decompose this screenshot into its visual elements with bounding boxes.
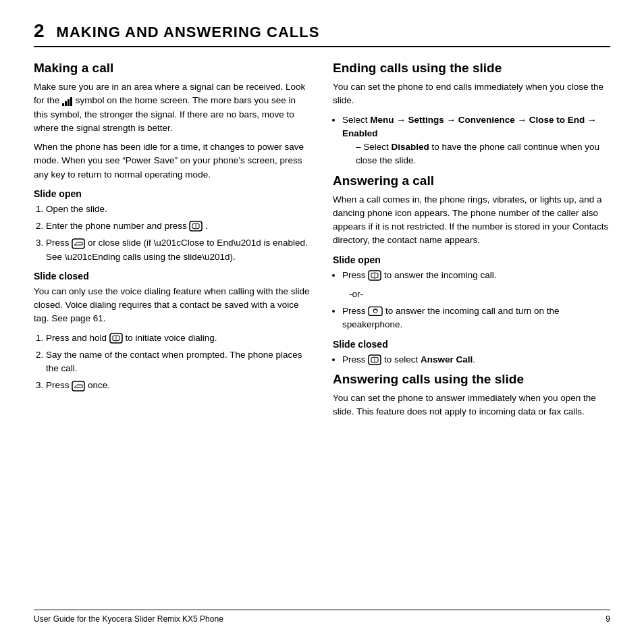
footer-page-number: 9 bbox=[606, 614, 610, 624]
page-footer: User Guide for the Kyocera Slider Remix … bbox=[34, 610, 610, 624]
answering-using-slide-heading: Answering calls using the slide bbox=[333, 372, 610, 387]
making-a-call-para1: Make sure you are in an area where a sig… bbox=[34, 80, 311, 135]
answering-a-call-heading: Answering a call bbox=[333, 173, 610, 188]
slide-closed-para: You can only use the voice dialing featu… bbox=[34, 285, 311, 326]
svg-rect-3 bbox=[70, 97, 72, 106]
answering-slide-closed-list: Press to select Answer Call. bbox=[342, 353, 610, 367]
left-column: Making a call Make sure you are in an ar… bbox=[34, 59, 311, 604]
end-key-icon-2 bbox=[72, 381, 85, 392]
answering-a-call-section: Answering a call When a call comes in, t… bbox=[333, 173, 610, 367]
content-area: Making a call Make sure you are in an ar… bbox=[34, 59, 610, 604]
svg-rect-1 bbox=[65, 101, 67, 106]
slide-closed-steps: Press and hold to initiate voice dialing… bbox=[46, 331, 311, 393]
ending-calls-section: Ending calls using the slide You can set… bbox=[333, 61, 610, 168]
slide-closed-heading: Slide closed bbox=[34, 271, 311, 281]
svg-rect-2 bbox=[68, 99, 70, 106]
answering-slide-open-heading: Slide open bbox=[333, 254, 610, 265]
making-a-call-section: Making a call Make sure you are in an ar… bbox=[34, 61, 311, 393]
or-line: -or- bbox=[349, 288, 610, 301]
slide-open-steps: Open the slide. Enter the phone number a… bbox=[46, 203, 311, 264]
slide-closed-step-1: Press and hold to initiate voice dialing… bbox=[46, 331, 311, 345]
answer-send-key-icon bbox=[368, 270, 381, 281]
slide-closed-section: Slide closed You can only use the voice … bbox=[34, 271, 311, 393]
chapter-number: 2 bbox=[34, 20, 45, 42]
answering-a-call-para: When a call comes in, the phone rings, v… bbox=[333, 193, 610, 248]
ending-calls-subitems: Select Disabled to have the phone call c… bbox=[356, 140, 610, 168]
chapter-title: Making and Answering Calls bbox=[57, 24, 320, 41]
ending-calls-subitem1: Select Disabled to have the phone call c… bbox=[356, 140, 610, 168]
ending-calls-heading: Ending calls using the slide bbox=[333, 61, 610, 76]
step-1: Open the slide. bbox=[46, 203, 311, 216]
answering-slide-open-list: Press to answer the incoming call. bbox=[342, 269, 610, 282]
ending-calls-item1: Select Menu → Settings → Convenience → C… bbox=[342, 113, 610, 168]
svg-rect-12 bbox=[369, 307, 382, 316]
speakerphone-icon bbox=[368, 306, 383, 317]
chapter-header: 2 Making and Answering Calls bbox=[34, 20, 610, 47]
slide-closed-step-3: Press once. bbox=[46, 379, 311, 392]
signal-bars-icon bbox=[62, 97, 73, 106]
slide-open-heading: Slide open bbox=[34, 188, 311, 199]
answering-slide-open-item2: Press to answer the incoming call bbox=[342, 304, 610, 332]
select-key-icon bbox=[368, 354, 381, 365]
answering-slide-closed: Slide closed Press to sel bbox=[333, 339, 610, 367]
svg-point-13 bbox=[374, 310, 378, 314]
answering-using-slide-section: Answering calls using the slide You can … bbox=[333, 372, 610, 419]
answering-slide-open-list2: Press to answer the incoming call bbox=[342, 304, 610, 332]
voice-dial-key-icon bbox=[109, 333, 123, 344]
footer-left: User Guide for the Kyocera Slider Remix … bbox=[34, 614, 223, 624]
slide-open-section: Slide open Open the slide. Enter the pho… bbox=[34, 188, 311, 264]
answering-slide-open: Slide open Press to answer bbox=[333, 254, 610, 332]
ending-calls-list: Select Menu → Settings → Convenience → C… bbox=[342, 113, 610, 168]
step-2: Enter the phone number and press . bbox=[46, 219, 311, 233]
answering-using-slide-para: You can set the phone to answer immediat… bbox=[333, 392, 610, 419]
making-a-call-para2: When the phone has been idle for a time,… bbox=[34, 140, 311, 182]
right-column: Ending calls using the slide You can set… bbox=[333, 59, 610, 604]
answering-slide-closed-heading: Slide closed bbox=[333, 339, 610, 350]
answering-slide-closed-item1: Press to select Answer Call. bbox=[342, 353, 610, 367]
svg-rect-0 bbox=[62, 103, 64, 106]
send-key-icon bbox=[189, 221, 203, 232]
step-3: Press or close slide (if \u201cClose to … bbox=[46, 236, 311, 264]
making-a-call-heading: Making a call bbox=[34, 61, 311, 76]
page: 2 Making and Answering Calls Making a ca… bbox=[0, 0, 644, 644]
slide-closed-step-2: Say the name of the contact when prompte… bbox=[46, 348, 311, 376]
end-key-icon bbox=[72, 238, 85, 249]
ending-calls-para: You can set the phone to end calls immed… bbox=[333, 80, 610, 108]
answering-slide-open-item1: Press to answer the incoming call. bbox=[342, 269, 610, 282]
